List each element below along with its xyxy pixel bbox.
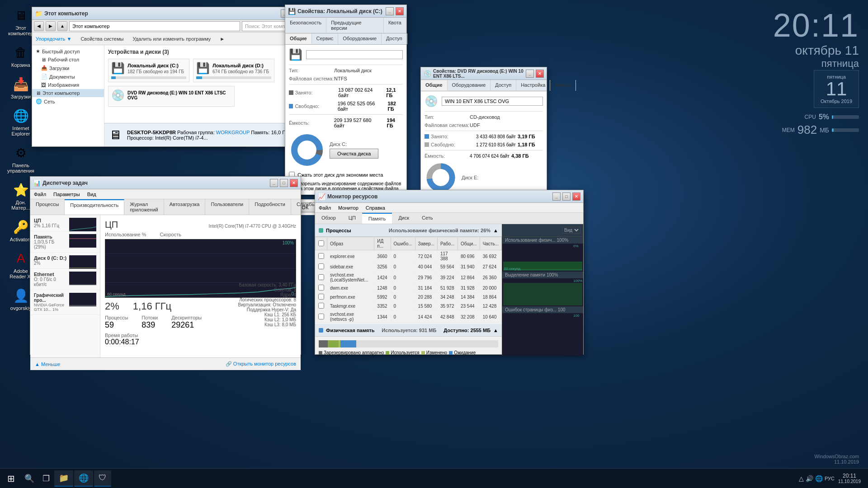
dpc-disk-name[interactable]	[306, 50, 403, 59]
dpc-used-bytes: 13 087 002 624 байт	[338, 87, 382, 98]
rm-view-select[interactable]: Вид	[562, 227, 580, 234]
tray-time[interactable]: 20:11 11.10.2019	[836, 473, 863, 484]
tm-maximize-btn[interactable]: □	[280, 179, 288, 187]
tm-menu-params[interactable]: Параметры	[53, 192, 80, 197]
tm-menu-file[interactable]: Файл	[34, 192, 46, 197]
dpc-minimize-btn[interactable]: _	[386, 7, 394, 15]
dpc-tab-access[interactable]: Доступ	[382, 33, 407, 44]
proc-checkbox[interactable]	[316, 284, 327, 293]
rm-menu-file[interactable]: Файл	[319, 205, 331, 211]
fe-drive-d[interactable]: 💾 Локальный диск (D:) 674 ГБ свободно из…	[193, 59, 274, 82]
proc-checkbox[interactable]	[316, 293, 327, 302]
rm-col-private[interactable]: Часть...	[480, 237, 501, 250]
tm-close-btn[interactable]: ✕	[290, 179, 298, 187]
rm-col-commit[interactable]: Завер...	[415, 237, 437, 250]
proc-checkbox[interactable]	[316, 302, 327, 311]
start-button[interactable]: ⊞	[2, 469, 20, 488]
dvd-tab-settings[interactable]: Настройка	[516, 80, 550, 91]
fe-sidebar-quick-access[interactable]: ★ Быстрый доступ	[32, 47, 104, 56]
tm-tab-processes[interactable]: Процессы	[30, 199, 65, 215]
fe-sidebar-downloads[interactable]: 📥 Загрузки	[32, 64, 104, 72]
fe-ribbon-more[interactable]: ►	[220, 36, 225, 42]
fe-sidebar-desktop[interactable]: 🖥 Рабочий стол	[32, 56, 104, 64]
proc-checkbox[interactable]	[316, 250, 327, 263]
tm-sidebar-disk[interactable]: Диск 0 (C: D:) 2%	[30, 253, 100, 269]
fe-ribbon-props[interactable]: Свойства системы	[80, 36, 123, 42]
tray-arrow-icon[interactable]: △	[799, 475, 804, 482]
rm-col-pid[interactable]: ИД п...	[374, 237, 391, 250]
dvd-tab-general[interactable]: Общие	[421, 80, 448, 91]
dpc-close-btn[interactable]: ✕	[396, 7, 404, 15]
rm-tab-network[interactable]: Сеть	[415, 213, 439, 224]
rm-close-btn[interactable]: ✕	[572, 192, 580, 201]
proc-checkbox[interactable]	[316, 311, 327, 323]
taskbar-antivirus-btn[interactable]: 🛡	[94, 470, 111, 487]
tm-sidebar-ethernet[interactable]: Ethernet О: 0 Гб/с 0 кбит/с	[30, 269, 100, 290]
dpc-tab-prev[interactable]: Предыдущие версии	[326, 18, 384, 33]
dvd-tab-write[interactable]: Запись	[550, 80, 576, 91]
rm-col-name[interactable]: Образ	[327, 237, 374, 250]
fe-drive-e[interactable]: 💿 DVD RW дисковод (E:) WIN 10 ENT X86 LT…	[108, 86, 235, 107]
rm-mem-expand-icon[interactable]: ▲	[493, 328, 498, 333]
tm-sidebar-cpu[interactable]: ЦП 2% 1,16 ГГц	[30, 215, 100, 231]
fe-back-btn[interactable]: ◀	[34, 21, 44, 31]
desktop-icon-control-panel[interactable]: ⚙ Панель управления	[5, 142, 37, 175]
tm-tab-details[interactable]: Подробности	[249, 199, 291, 215]
taskbar-taskview-btn[interactable]: ❐	[39, 470, 53, 487]
rm-maximize-btn[interactable]: □	[562, 192, 571, 201]
dvd-minimize-btn[interactable]: _	[526, 70, 534, 78]
tm-monitor-link[interactable]: 🔗 Открыть монитор ресурсов	[226, 361, 296, 367]
taskbar-search-btn[interactable]: 🔍	[21, 470, 38, 487]
fe-sidebar-pictures[interactable]: 🖼 Изображения	[32, 81, 104, 89]
rm-menu-monitor[interactable]: Монитор	[338, 205, 359, 211]
rm-proc-expand-icon[interactable]: ▲	[493, 228, 498, 233]
tm-menu-view[interactable]: Вид	[87, 192, 96, 197]
tm-less-btn[interactable]: ▲ Меньше	[35, 361, 60, 367]
tm-tab-performance[interactable]: Производительность	[65, 199, 124, 215]
rm-col-work[interactable]: Рабо...	[437, 237, 458, 250]
fe-forward-btn[interactable]: ▶	[46, 21, 56, 31]
rm-menu-help[interactable]: Справка	[366, 205, 385, 211]
dpc-tab-general[interactable]: Общие	[285, 33, 312, 44]
dpc-tab-hardware[interactable]: Оборудование	[338, 33, 382, 44]
dvd-tab-hardware[interactable]: Оборудование	[448, 80, 491, 91]
taskbar-browser-btn[interactable]: 🌐	[74, 470, 93, 487]
fe-address-bar[interactable]: Этот компьютер	[69, 21, 240, 31]
tm-tab-startup[interactable]: Автозагрузка	[164, 199, 206, 215]
rm-tab-memory[interactable]: Память	[362, 213, 392, 224]
tm-tab-users[interactable]: Пользователи	[205, 199, 249, 215]
fe-ribbon-organize[interactable]: Упорядочить ▼	[36, 36, 71, 42]
tm-minimize-btn[interactable]: _	[270, 179, 278, 187]
fe-up-btn[interactable]: ▲	[57, 21, 67, 31]
tray-volume-icon[interactable]: 🔊	[806, 475, 813, 482]
tm-sidebar-memory[interactable]: Память 1,0/3,5 ГБ (29%)	[30, 231, 100, 253]
dpc-clean-btn[interactable]: Очистка диска	[330, 149, 378, 159]
dvd-close-btn[interactable]: ✕	[536, 70, 544, 78]
fe-drive-c[interactable]: 💾 Локальный диск (C:) 182 ГБ свободно из…	[108, 59, 189, 82]
proc-checkbox[interactable]	[316, 272, 327, 284]
proc-checkbox[interactable]	[316, 263, 327, 272]
rm-col-err[interactable]: Ошибо...	[391, 237, 415, 250]
dpc-tab-quota[interactable]: Квота	[384, 18, 406, 33]
dvd-disk-name[interactable]	[442, 97, 543, 106]
rm-minimize-btn[interactable]: _	[552, 192, 561, 201]
rm-select-all[interactable]	[318, 240, 324, 246]
fe-sidebar-documents[interactable]: 📄 Документы	[32, 72, 104, 81]
tm-usage-container: Использование %	[105, 232, 146, 237]
tray-language[interactable]: РУС	[825, 476, 835, 481]
rm-tab-disk[interactable]: Диск	[392, 213, 415, 224]
taskbar-explorer-btn[interactable]: 📁	[54, 470, 73, 487]
fe-ribbon-remove[interactable]: Удалить или изменить программу	[132, 36, 211, 42]
tm-tab-app-history[interactable]: Журнал приложений	[124, 199, 164, 215]
rm-col-shared[interactable]: Общи...	[458, 237, 480, 250]
rm-tab-overview[interactable]: Обзор	[315, 213, 342, 224]
fe-sidebar-this-pc[interactable]: 🖥 Этот компьютер	[32, 89, 104, 97]
dpc-tab-service[interactable]: Сервис	[312, 33, 339, 44]
ie-label: Internet Explorer	[6, 126, 35, 136]
tray-network-icon[interactable]: 🌐	[815, 475, 823, 482]
dvd-tab-access[interactable]: Доступ	[491, 80, 516, 91]
fe-sidebar-network[interactable]: 🌐 Сеть	[32, 97, 104, 106]
tm-sidebar-gpu[interactable]: Графический про... NVIDIA GeForce GTX 10…	[30, 290, 100, 315]
rm-tab-cpu[interactable]: ЦП	[342, 213, 362, 224]
dpc-tab-security[interactable]: Безопасность	[285, 18, 326, 33]
